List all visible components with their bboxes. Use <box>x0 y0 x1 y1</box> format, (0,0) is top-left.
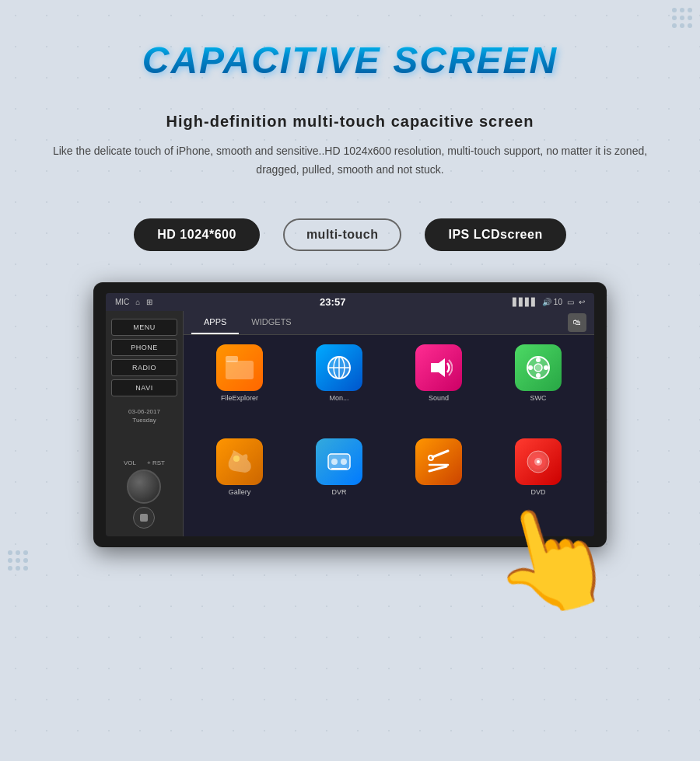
dvd-label: DVD <box>530 488 545 496</box>
app-grid: FileExplorer <box>184 335 594 536</box>
signal-icon: ▋▋▋▋ <box>513 298 537 306</box>
fileexplorer-icon <box>216 344 263 391</box>
menu-button[interactable]: MENU <box>111 319 177 336</box>
svg-point-11 <box>528 365 533 370</box>
tabs-bar: APPS WIDGETS 🛍 <box>184 311 594 335</box>
volume-knob[interactable] <box>127 470 161 504</box>
apps-icon: ⊞ <box>146 298 152 306</box>
svg-rect-17 <box>331 468 347 470</box>
status-left: MIC ⌂ ⊞ <box>115 298 152 306</box>
svg-point-25 <box>537 460 540 463</box>
page-content: CAPACITIVE SCREEN High-definition multi-… <box>0 0 700 578</box>
mic-label: MIC <box>115 298 129 306</box>
swc-icon <box>515 344 562 391</box>
app-monitor[interactable]: Mon... <box>292 344 386 433</box>
app-gallery[interactable]: Gallery <box>193 438 286 527</box>
time-display: 23:57 <box>320 296 345 308</box>
subtitle-heading: High-definition multi-touch capacitive s… <box>47 113 653 131</box>
vol-label-row: VOL + RST <box>124 459 165 466</box>
tab-widgets[interactable]: WIDGETS <box>239 311 303 334</box>
badge-ips: IPS LCDscreen <box>425 218 565 251</box>
navi-button[interactable]: NAVI <box>111 379 177 396</box>
device-section: MIC ⌂ ⊞ 23:57 ▋▋▋▋ 🔊 10 ▭ ↩ <box>0 282 700 563</box>
svg-rect-1 <box>226 356 238 362</box>
gallery-icon <box>216 438 263 485</box>
sound-icon <box>415 344 462 391</box>
svg-point-19 <box>429 456 433 460</box>
dvr-label: DVR <box>331 488 346 496</box>
monitor-icon <box>316 344 362 391</box>
volume-display: 🔊 10 <box>542 298 562 306</box>
date-line1: 03-06-2017 <box>128 407 160 416</box>
svg-point-10 <box>536 373 541 378</box>
home-icon: ⌂ <box>135 298 140 306</box>
badges-section: HD 1024*600 multi-touch IPS LCDscreen <box>0 195 700 282</box>
app-dvr[interactable]: DVR <box>292 438 386 527</box>
svg-line-18 <box>432 451 448 457</box>
badge-multitouch: multi-touch <box>283 218 402 251</box>
window-icon: ▭ <box>567 298 574 306</box>
date-display: 03-06-2017 Tuesday <box>128 407 160 424</box>
stop-button[interactable] <box>133 507 155 529</box>
vol-label: VOL <box>124 459 136 466</box>
device-left-sidebar: MENU PHONE RADIO NAVI 03-06-2017 Tuesday… <box>106 311 184 536</box>
screen: MIC ⌂ ⊞ 23:57 ▋▋▋▋ 🔊 10 ▭ ↩ <box>106 293 594 536</box>
svg-point-15 <box>331 459 338 465</box>
fileexplorer-label: FileExplorer <box>221 394 258 402</box>
settings-icon <box>415 438 462 485</box>
dvd-icon <box>515 438 562 485</box>
svg-point-12 <box>544 365 548 370</box>
svg-point-13 <box>233 456 240 462</box>
back-icon: ↩ <box>579 298 585 306</box>
store-icon[interactable]: 🛍 <box>568 313 586 332</box>
rst-label: + RST <box>147 459 165 466</box>
badge-hd: HD 1024*600 <box>134 218 260 251</box>
app-swc[interactable]: SWC <box>492 344 585 433</box>
app-settings[interactable] <box>392 438 485 527</box>
svg-rect-0 <box>226 361 254 379</box>
monitor-label: Mon... <box>329 394 348 402</box>
app-sound[interactable]: Sound <box>392 344 485 433</box>
main-title: CAPACITIVE SCREEN <box>0 39 700 82</box>
device-wrapper: MIC ⌂ ⊞ 23:57 ▋▋▋▋ 🔊 10 ▭ ↩ <box>93 282 607 547</box>
date-line2: Tuesday <box>128 416 160 424</box>
tab-apps[interactable]: APPS <box>191 311 239 334</box>
corner-decoration-bl <box>8 550 28 571</box>
screen-main: MENU PHONE RADIO NAVI 03-06-2017 Tuesday… <box>106 311 594 536</box>
svg-line-21 <box>429 466 446 471</box>
radio-button[interactable]: RADIO <box>111 359 177 376</box>
swc-label: SWC <box>530 394 547 402</box>
subtitle-section: High-definition multi-touch capacitive s… <box>0 97 700 195</box>
svg-point-8 <box>534 364 542 372</box>
stop-icon <box>140 514 148 522</box>
svg-point-9 <box>536 358 541 362</box>
app-dvd[interactable]: DVD <box>492 438 585 527</box>
phone-button[interactable]: PHONE <box>111 339 177 356</box>
dvr-icon <box>316 438 362 485</box>
app-fileexplorer[interactable]: FileExplorer <box>193 344 286 433</box>
svg-marker-6 <box>431 358 445 377</box>
subtitle-body: Like the delicate touch of iPhone, smoot… <box>47 142 653 180</box>
apps-area: APPS WIDGETS 🛍 <box>184 311 594 536</box>
status-right: ▋▋▋▋ 🔊 10 ▭ ↩ <box>513 298 585 306</box>
svg-point-16 <box>341 459 347 465</box>
tabs-left: APPS WIDGETS <box>191 311 304 334</box>
sound-label: Sound <box>429 394 449 402</box>
status-bar: MIC ⌂ ⊞ 23:57 ▋▋▋▋ 🔊 10 ▭ ↩ <box>106 293 594 311</box>
gallery-label: Gallery <box>229 488 251 496</box>
volume-control: VOL + RST <box>124 459 165 529</box>
car-stereo: MIC ⌂ ⊞ 23:57 ▋▋▋▋ 🔊 10 ▭ ↩ <box>93 282 607 547</box>
corner-decoration-tr <box>672 8 692 28</box>
title-section: CAPACITIVE SCREEN <box>0 16 700 97</box>
